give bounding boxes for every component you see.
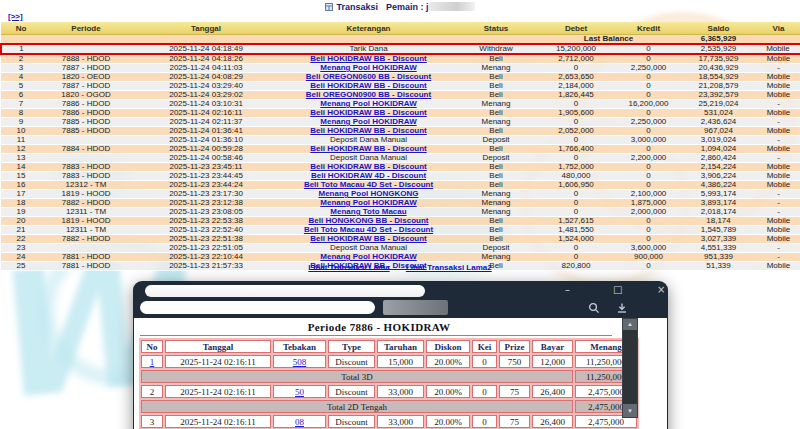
cell-keterangan: Beli HOKIDRAW BB - Discount (281, 235, 456, 244)
cell-keterangan: Deposit Dana Manual (281, 154, 456, 163)
keterangan-link[interactable]: Menang Pool HOKIDRAW (320, 100, 416, 109)
cell-debet: 0 (536, 154, 616, 163)
cell-via: Mobile (756, 91, 800, 100)
cell-tanggal: 2025-11-23 23:45:11 (131, 163, 281, 172)
column-header: Saldo (681, 22, 756, 35)
minimize-button[interactable]: – (565, 283, 570, 297)
bet-tanggal: 2025-11-24 02:16:11 (165, 385, 271, 398)
keterangan-link[interactable]: Menang Toto Macau (330, 208, 406, 217)
zoom-icon[interactable] (588, 302, 600, 314)
cell-no: 17 (1, 190, 41, 199)
keterangan-link[interactable]: Beli HOKIDRAW 4D - Discount (311, 172, 426, 181)
scroll-up-icon[interactable]: ▲ (623, 319, 637, 330)
cell-kredit: 16,200,000 (616, 100, 681, 109)
expand-link[interactable]: [>>] (8, 12, 23, 21)
keterangan-link[interactable]: Menang Pool HOKIDRAW (320, 118, 416, 127)
table-row: 247881 - HDOD2025-11-23 22:10:44Menang P… (1, 253, 800, 262)
cell-periode: 7886 - HDOD (41, 100, 131, 109)
browser-tab-redacted[interactable] (145, 285, 425, 297)
keterangan-link[interactable]: Beli Toto Macau 4D Set - Discount (304, 181, 433, 190)
cell-debet: 0 (536, 136, 616, 145)
cell-debet: 1,527,615 (536, 217, 616, 226)
cell-kredit: 0 (616, 44, 681, 54)
link-lihat-transaksi-lama[interactable]: Lihat Transaksi Lama (308, 263, 389, 272)
bet-diskon: 20.00% (426, 415, 470, 428)
bet-kei: 0 (472, 385, 497, 398)
cell-no: 13 (1, 154, 41, 163)
download-icon[interactable] (616, 302, 628, 314)
cell-no: 7 (1, 100, 41, 109)
cell-status: Beli (456, 91, 536, 100)
keterangan-link[interactable]: Beli Toto Macau 4D Set - Discount (304, 226, 433, 235)
maximize-button[interactable]: □ (613, 283, 622, 297)
cell-status: Menang (456, 208, 536, 217)
cell-no: 15 (1, 172, 41, 181)
cell-keterangan: Beli Toto Macau 4D Set - Discount (281, 181, 456, 190)
cell-kredit: 0 (616, 127, 681, 136)
cell-tanggal: 2025-11-24 02:11:37 (131, 118, 281, 127)
scroll-down-icon[interactable]: ▼ (623, 406, 637, 417)
bets-column-header: Taruhan (377, 340, 424, 353)
bet-kei: 0 (472, 415, 497, 428)
address-bar-redacted[interactable] (140, 301, 375, 314)
tebakan-link[interactable]: 508 (293, 357, 307, 367)
column-header: Periode (41, 22, 131, 35)
keterangan-link[interactable]: Beli HOKIDRAW BB - Discount (310, 109, 426, 118)
keterangan-link[interactable]: Beli HOKIDRAW BB - Discount (310, 235, 426, 244)
keterangan-link[interactable]: Menang Pool HOKIDRAW (320, 199, 416, 208)
cell-kredit: 0 (616, 73, 681, 82)
scrollbar[interactable]: ▲ ▼ (622, 318, 638, 418)
cell-periode: 7882 - HDOD (41, 199, 131, 208)
bet-no-link[interactable]: 1 (150, 357, 155, 367)
cell-periode: 7888 - HDOD (41, 54, 131, 64)
cell-kredit: 2,200,000 (616, 154, 681, 163)
redacted-box (383, 300, 448, 315)
close-icon[interactable]: × (657, 283, 665, 297)
tebakan-link[interactable]: 08 (295, 417, 304, 427)
column-header: No (1, 22, 41, 35)
keterangan-link[interactable]: Beli HOKIDRAW BB - Discount (310, 127, 426, 136)
keterangan-link[interactable]: Menang Pool HONGKONG (319, 190, 419, 199)
keterangan-link[interactable]: Menang Pool HOKIDRAW (320, 64, 416, 73)
cell-debet: 1,766,400 (536, 145, 616, 154)
cell-kredit: 2,000,000 (616, 208, 681, 217)
cell-tanggal: 2025-11-24 03:29:40 (131, 82, 281, 91)
cell-tanggal: 2025-11-23 23:12:38 (131, 199, 281, 208)
cell-status: Beli (456, 109, 536, 118)
column-header: Kredit (616, 22, 681, 35)
bet-prize: 75 (499, 415, 530, 428)
cell-status: Withdraw (456, 44, 536, 54)
keterangan-link[interactable]: Beli OREGON0600 BB - Discount (306, 73, 431, 82)
keterangan-link[interactable]: Beli HOKIDRAW BB - Discount (310, 145, 426, 154)
bet-row: 32025-11-24 02:16:1108Discount33,00020.0… (141, 415, 637, 428)
bet-taruhan: 15,000 (377, 355, 424, 368)
transactions-icon (325, 3, 333, 11)
link-lihat-transaksi-lama2[interactable]: Lihat Transaksi Lama2 (406, 263, 492, 272)
keterangan-link[interactable]: Beli HOKIDRAW BB - Discount (310, 82, 426, 91)
cell-saldo: 3,019,024 (681, 136, 756, 145)
keterangan-link[interactable]: Beli HOKIDRAW BB - Discount (310, 163, 426, 172)
cell-status: Beli (456, 235, 536, 244)
keterangan-link[interactable]: Menang Pool HOKIDRAW (320, 253, 416, 262)
cell-no: 1 (1, 44, 41, 54)
bet-taruhan: 33,000 (377, 385, 424, 398)
table-row: 77886 - HDOD2025-11-24 03:10:31Menang Po… (1, 100, 800, 109)
cell-via: - (756, 244, 800, 253)
cell-keterangan: Beli HOKIDRAW BB - Discount (281, 54, 456, 64)
cell-via: Mobile (756, 44, 800, 54)
keterangan-link[interactable]: Beli HONGKONG BB - Discount (308, 217, 428, 226)
keterangan-link[interactable]: Beli HOKIDRAW BB - Discount (310, 54, 426, 63)
cell-no: 21 (1, 226, 41, 235)
tebakan-link[interactable]: 50 (295, 387, 304, 397)
scrollbar-thumb[interactable] (623, 330, 637, 404)
cell-kredit: 900,000 (616, 253, 681, 262)
cell-tanggal: 2025-11-24 04:08:29 (131, 73, 281, 82)
cell-status: Deposit (456, 136, 536, 145)
cell-periode: 7887 - HDOD (41, 64, 131, 73)
keterangan-link[interactable]: Beli OREGON0900 BB - Discount (306, 91, 431, 100)
cell-no: 23 (1, 244, 41, 253)
cell-via: - (756, 100, 800, 109)
cell-no: 6 (1, 91, 41, 100)
table-row: 57887 - HDOD2025-11-24 03:29:40Beli HOKI… (1, 82, 800, 91)
cell-periode (41, 154, 131, 163)
